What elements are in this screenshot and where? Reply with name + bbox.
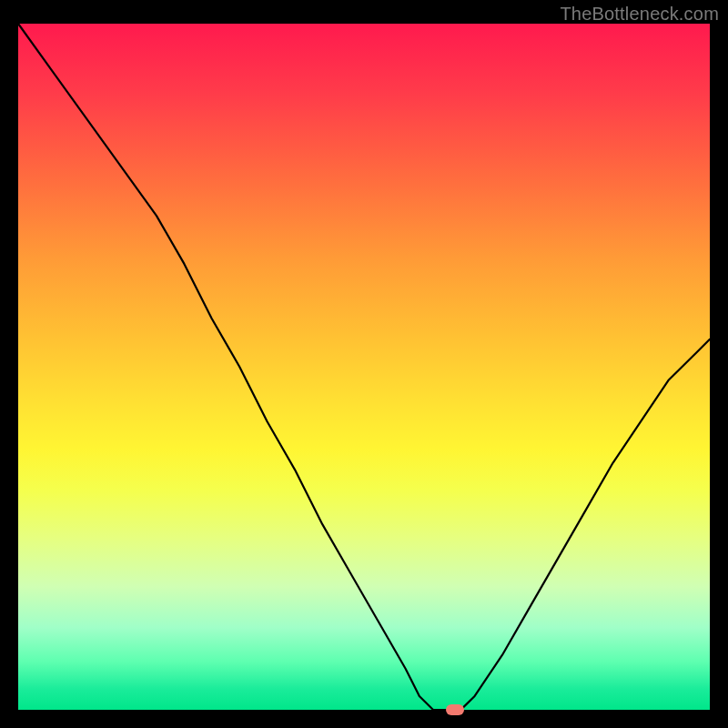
bottleneck-curve bbox=[18, 24, 710, 710]
chart-stage: TheBottleneck.com bbox=[0, 0, 728, 728]
optimal-point-marker bbox=[446, 704, 464, 715]
watermark-label: TheBottleneck.com bbox=[560, 4, 719, 25]
plot-area bbox=[18, 24, 710, 710]
